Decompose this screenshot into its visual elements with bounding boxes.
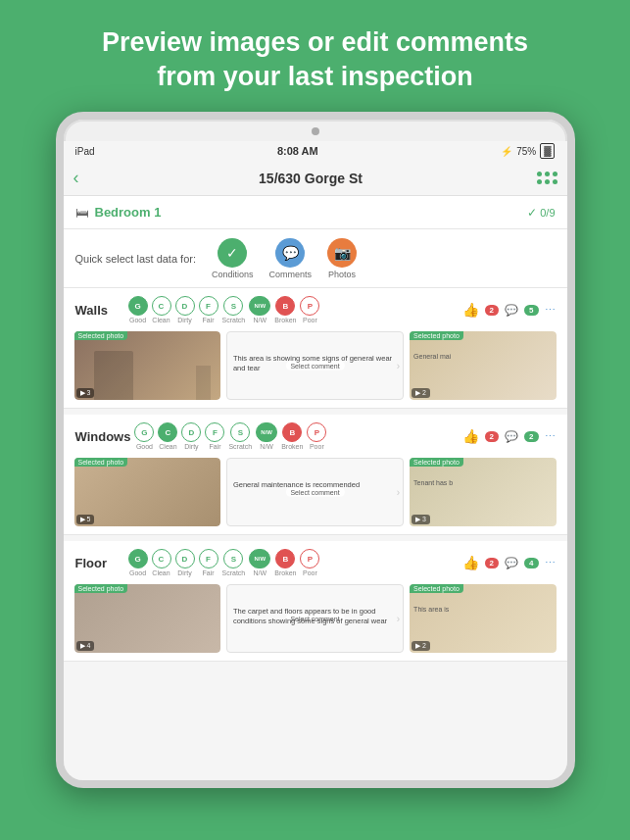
status-time: 8:08 AM bbox=[277, 145, 318, 157]
floor-dots-icon[interactable]: ⋯ bbox=[545, 557, 556, 569]
fl-pill-poor[interactable]: P Poor bbox=[300, 549, 319, 576]
score-value: 0/9 bbox=[540, 207, 555, 219]
fl-broken-pill[interactable]: B bbox=[275, 549, 295, 568]
room-header: 🛏 Bedroom 1 ✓ 0/9 bbox=[64, 196, 567, 229]
dirty-pill[interactable]: D bbox=[175, 296, 195, 316]
windows-photo-left[interactable]: ▶ 5 Selected photo bbox=[74, 458, 220, 526]
fl-nw-pill[interactable]: N/W bbox=[249, 549, 270, 568]
comments-button[interactable]: 💬 Comments bbox=[269, 238, 313, 279]
nw-pill[interactable]: N/W bbox=[249, 296, 270, 316]
fl-pill-clean[interactable]: C Clean bbox=[152, 549, 171, 576]
pill-nw[interactable]: N/W N/W bbox=[249, 296, 270, 323]
win-pill-poor[interactable]: P Poor bbox=[307, 422, 326, 450]
conditions-button[interactable]: ✓ Conditions bbox=[212, 238, 254, 279]
windows-comment-icon: 💬 bbox=[505, 430, 518, 443]
win-pill-broken[interactable]: B Broken bbox=[281, 422, 303, 450]
win-clean-pill[interactable]: C bbox=[158, 422, 177, 442]
floor-thumb-icon[interactable]: 👍 bbox=[462, 555, 479, 570]
win-pill-good[interactable]: G Good bbox=[134, 422, 154, 450]
photos-button[interactable]: 📷 Photos bbox=[327, 238, 357, 279]
nav-dots-button[interactable] bbox=[537, 172, 557, 184]
good-pill[interactable]: G bbox=[128, 296, 148, 316]
walls-selected-photo-tag-left: Selected photo bbox=[74, 331, 128, 340]
pill-poor[interactable]: P Poor bbox=[300, 296, 319, 323]
status-bar: iPad 8:08 AM ⚡ 75% ▓ bbox=[64, 141, 567, 161]
walls-photo-right-count: ▶ 2 bbox=[412, 388, 430, 398]
walls-photo-left[interactable]: ▶ 3 Selected photo bbox=[74, 331, 220, 400]
floor-comment-icon: 💬 bbox=[505, 557, 518, 569]
fl-pill-nw[interactable]: N/W N/W bbox=[249, 549, 270, 576]
win-pill-fair[interactable]: F Fair bbox=[205, 422, 224, 450]
fl-pill-fair[interactable]: F Fair bbox=[199, 549, 218, 576]
thumbs-up-icon[interactable]: 👍 bbox=[462, 302, 479, 318]
fl-pill-dirty[interactable]: D Dirty bbox=[175, 549, 195, 576]
hero-text-line1: Preview images or edit comments bbox=[39, 25, 591, 60]
floor-comment-right-text: This area is bbox=[413, 606, 449, 613]
fl-fair-pill[interactable]: F bbox=[199, 549, 218, 568]
fl-poor-pill[interactable]: P bbox=[300, 549, 319, 568]
floor-photo-right-count: ▶ 2 bbox=[412, 641, 430, 651]
floor-photo-right[interactable]: ▶ 2 Selected photo This area is bbox=[410, 584, 556, 653]
windows-thumb-icon[interactable]: 👍 bbox=[462, 428, 479, 444]
floor-photo-left[interactable]: ▶ 4 Selected photo bbox=[74, 584, 220, 653]
fl-dirty-pill[interactable]: D bbox=[175, 549, 195, 568]
pill-good[interactable]: G Good bbox=[128, 296, 148, 323]
bed-icon: 🛏 bbox=[75, 205, 89, 221]
floor-comment-text: The carpet and floors appears to be in g… bbox=[233, 607, 397, 626]
walls-green-badge: 5 bbox=[524, 305, 538, 316]
windows-selected-photo-tag-right: Selected photo bbox=[410, 458, 463, 467]
pill-clean[interactable]: C Clean bbox=[152, 296, 171, 323]
floor-red-badge: 2 bbox=[485, 558, 499, 568]
walls-dots-icon[interactable]: ⋯ bbox=[545, 304, 556, 317]
floor-selected-photo-tag-left: Selected photo bbox=[74, 584, 128, 593]
floor-comment-area[interactable]: Select comment The carpet and floors app… bbox=[226, 584, 404, 653]
pill-scratch[interactable]: S Scratch bbox=[222, 296, 246, 323]
walls-rating-pills: G Good C Clean D Dirty bbox=[128, 296, 320, 323]
scratch-pill[interactable]: S bbox=[223, 296, 243, 316]
win-poor-pill[interactable]: P bbox=[307, 422, 326, 442]
win-pill-clean[interactable]: C Clean bbox=[158, 422, 177, 450]
back-button[interactable]: ‹ bbox=[73, 168, 79, 188]
fl-pill-broken[interactable]: B Broken bbox=[274, 549, 296, 576]
broken-pill[interactable]: B bbox=[275, 296, 295, 316]
fl-good-pill[interactable]: G bbox=[128, 549, 148, 568]
fl-pill-scratch[interactable]: S Scratch bbox=[222, 549, 246, 576]
win-pill-scratch[interactable]: S Scratch bbox=[228, 422, 252, 450]
comments-icon: 💬 bbox=[275, 238, 305, 268]
hero-section: Preview images or edit comments from you… bbox=[0, 0, 630, 108]
floor-section: Floor G Good C Clean D bbox=[64, 541, 567, 662]
windows-dots-icon[interactable]: ⋯ bbox=[545, 430, 556, 443]
win-pill-dirty[interactable]: D Dirty bbox=[181, 422, 201, 450]
walls-comment-text: This area is showing some signs of gener… bbox=[233, 354, 397, 373]
win-nw-pill[interactable]: N/W bbox=[256, 422, 277, 442]
ipad-frame: iPad 8:08 AM ⚡ 75% ▓ ‹ 15/630 Gorge St bbox=[56, 112, 575, 788]
windows-photo-right[interactable]: ▶ 3 Selected photo Tenant has b bbox=[410, 458, 556, 526]
fl-scratch-pill[interactable]: S bbox=[223, 549, 243, 568]
win-dirty-pill[interactable]: D bbox=[181, 422, 201, 442]
fl-pill-good[interactable]: G Good bbox=[128, 549, 148, 576]
poor-pill[interactable]: P bbox=[300, 296, 319, 316]
walls-photo-right[interactable]: ▶ 2 Selected photo General mai bbox=[410, 331, 556, 400]
floor-header: Floor G Good C Clean D bbox=[64, 541, 567, 580]
fair-pill[interactable]: F bbox=[199, 296, 218, 316]
pill-fair[interactable]: F Fair bbox=[199, 296, 218, 323]
walls-comment-area[interactable]: Select comment This area is showing some… bbox=[226, 331, 404, 400]
walls-title: Walls bbox=[75, 303, 124, 318]
fl-clean-pill[interactable]: C bbox=[152, 549, 171, 568]
clean-pill[interactable]: C bbox=[152, 296, 171, 316]
win-fair-pill[interactable]: F bbox=[205, 422, 224, 442]
win-good-pill[interactable]: G bbox=[134, 422, 154, 442]
windows-photo-left-box: ▶ 5 bbox=[74, 458, 220, 526]
win-pill-nw[interactable]: N/W N/W bbox=[256, 422, 277, 450]
pill-dirty[interactable]: D Dirty bbox=[175, 296, 195, 323]
win-scratch-pill[interactable]: S bbox=[230, 422, 250, 442]
floor-photo-right-box: ▶ 2 bbox=[410, 584, 556, 653]
room-name: Bedroom 1 bbox=[95, 205, 528, 220]
bluetooth-icon: ⚡ bbox=[501, 146, 512, 157]
win-broken-pill[interactable]: B bbox=[282, 422, 302, 442]
scroll-content[interactable]: Walls G Good C Clean bbox=[64, 288, 567, 780]
device-wrapper: iPad 8:08 AM ⚡ 75% ▓ ‹ 15/630 Gorge St bbox=[0, 112, 630, 788]
pill-broken[interactable]: B Broken bbox=[274, 296, 296, 323]
windows-comment-area[interactable]: Select comment General maintenance is re… bbox=[226, 458, 404, 526]
battery-text: 75% bbox=[516, 146, 536, 157]
